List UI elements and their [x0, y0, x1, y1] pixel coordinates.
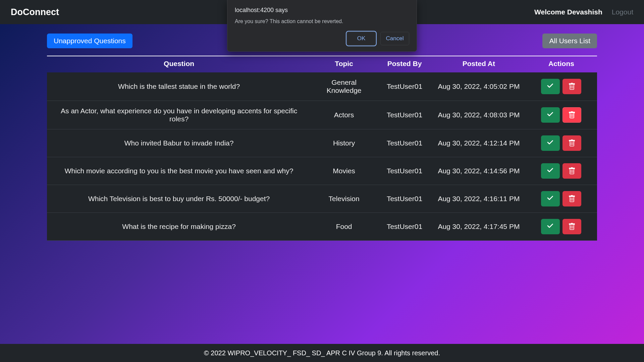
header-question: Question: [47, 56, 311, 72]
cell-question: As an Actor, what experience do you have…: [47, 101, 311, 129]
cell-posted-at: Aug 30, 2022, 4:14:56 PM: [432, 157, 526, 185]
cell-posted-at: Aug 30, 2022, 4:12:14 PM: [432, 129, 526, 157]
dialog-ok-button[interactable]: OK: [347, 32, 376, 45]
confirm-dialog: localhost:4200 says Are you sure? This a…: [227, 0, 417, 52]
cell-posted-by: TestUser01: [377, 129, 432, 157]
table-body: Which is the tallest statue in the world…: [47, 72, 597, 241]
table-row: Which movie according to you is the best…: [47, 157, 597, 185]
check-icon: [547, 111, 554, 119]
questions-table: Question Topic Posted By Posted At Actio…: [47, 56, 597, 241]
footer-text: © 2022 WIPRO_VELOCITY_ FSD_ SD_ APR C IV…: [204, 349, 440, 357]
approve-button[interactable]: [541, 163, 560, 179]
check-icon: [547, 139, 554, 147]
trash-icon: [568, 83, 576, 90]
cell-actions: [526, 213, 597, 241]
check-icon: [547, 195, 554, 202]
trash-icon: [568, 223, 576, 230]
cell-posted-at: Aug 30, 2022, 4:17:45 PM: [432, 213, 526, 241]
approve-button[interactable]: [541, 219, 560, 234]
unapproved-questions-button[interactable]: Unapproved Questions: [47, 34, 132, 48]
cell-topic: Food: [311, 213, 377, 241]
cell-topic: Actors: [311, 101, 377, 129]
check-icon: [547, 223, 554, 230]
cell-posted-by: TestUser01: [377, 185, 432, 213]
welcome-text: Welcome Devashish: [534, 8, 602, 16]
delete-button[interactable]: [562, 79, 581, 94]
table-row: Who invited Babur to invade India?Histor…: [47, 129, 597, 157]
cell-posted-by: TestUser01: [377, 101, 432, 129]
cell-topic: History: [311, 129, 377, 157]
main: Unapproved Questions All Users List Ques…: [0, 24, 644, 344]
approve-button[interactable]: [541, 135, 560, 151]
cell-topic: Movies: [311, 157, 377, 185]
table-row: Which is the tallest statue in the world…: [47, 72, 597, 101]
cell-actions: [526, 157, 597, 185]
dialog-cancel-button[interactable]: Cancel: [380, 32, 409, 45]
trash-icon: [568, 111, 576, 119]
header-posted-by: Posted By: [377, 56, 432, 72]
dialog-buttons: OK Cancel: [235, 32, 409, 45]
cell-topic: Television: [311, 185, 377, 213]
cell-posted-at: Aug 30, 2022, 4:08:03 PM: [432, 101, 526, 129]
cell-actions: [526, 101, 597, 129]
dialog-title: localhost:4200 says: [235, 7, 409, 14]
cell-posted-by: TestUser01: [377, 157, 432, 185]
logout-link[interactable]: Logout: [612, 8, 633, 16]
table-row: What is the recipe for making pizza?Food…: [47, 213, 597, 241]
delete-button[interactable]: [562, 135, 581, 151]
cell-posted-by: TestUser01: [377, 72, 432, 101]
approve-button[interactable]: [541, 107, 560, 123]
table-row: Which Television is best to buy under Rs…: [47, 185, 597, 213]
approve-button[interactable]: [541, 79, 560, 94]
cell-topic: General Knowledge: [311, 72, 377, 101]
dialog-message: Are you sure? This action cannot be reve…: [235, 18, 409, 24]
trash-icon: [568, 139, 576, 147]
cell-posted-by: TestUser01: [377, 213, 432, 241]
all-users-list-button[interactable]: All Users List: [542, 34, 597, 48]
questions-table-wrap: Question Topic Posted By Posted At Actio…: [47, 56, 597, 241]
delete-button[interactable]: [562, 191, 581, 206]
delete-button[interactable]: [562, 163, 581, 179]
delete-button[interactable]: [562, 219, 581, 234]
cell-actions: [526, 185, 597, 213]
cell-actions: [526, 72, 597, 101]
cell-posted-at: Aug 30, 2022, 4:16:11 PM: [432, 185, 526, 213]
table-row: As an Actor, what experience do you have…: [47, 101, 597, 129]
footer: © 2022 WIPRO_VELOCITY_ FSD_ SD_ APR C IV…: [0, 344, 644, 362]
check-icon: [547, 83, 554, 90]
table-head: Question Topic Posted By Posted At Actio…: [47, 56, 597, 72]
cell-posted-at: Aug 30, 2022, 4:05:02 PM: [432, 72, 526, 101]
header-topic: Topic: [311, 56, 377, 72]
approve-button[interactable]: [541, 191, 560, 206]
cell-question: Who invited Babur to invade India?: [47, 129, 311, 157]
cell-question: Which is the tallest statue in the world…: [47, 72, 311, 101]
cell-actions: [526, 129, 597, 157]
trash-icon: [568, 167, 576, 175]
cell-question: Which movie according to you is the best…: [47, 157, 311, 185]
header-posted-at: Posted At: [432, 56, 526, 72]
check-icon: [547, 167, 554, 175]
cell-question: What is the recipe for making pizza?: [47, 213, 311, 241]
trash-icon: [568, 195, 576, 202]
cell-question: Which Television is best to buy under Rs…: [47, 185, 311, 213]
delete-button[interactable]: [562, 107, 581, 123]
header-actions: Actions: [526, 56, 597, 72]
brand[interactable]: DoConnect: [11, 7, 59, 17]
